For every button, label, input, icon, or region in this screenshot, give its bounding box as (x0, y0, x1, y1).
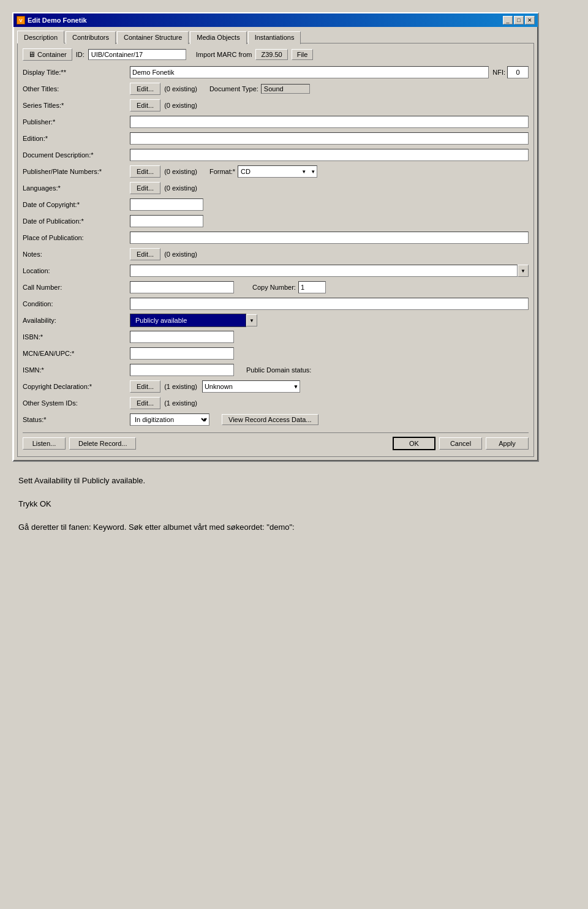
call-number-row: Call Number: Copy Number: (23, 281, 529, 294)
condition-row: Condition: (23, 297, 529, 311)
container-button[interactable]: 🖥 Container (23, 48, 72, 61)
condition-label: Condition: (23, 300, 130, 307)
tab-container-structure[interactable]: Container Structure (117, 31, 189, 44)
date-copyright-input[interactable] (130, 198, 203, 211)
isbn-input[interactable] (130, 331, 234, 343)
date-copyright-label: Date of Copyright:* (23, 201, 130, 208)
date-pub-label: Date of Publication:* (23, 217, 130, 225)
import-label: Import MARC from (196, 51, 252, 58)
languages-existing: (0 existing) (164, 184, 197, 192)
public-domain-select-wrapper: Unknown Yes No ▼ (202, 380, 300, 393)
series-titles-edit-button[interactable]: Edit... (130, 99, 160, 111)
series-titles-existing: (0 existing) (164, 102, 197, 109)
listen-button[interactable]: Listen... (23, 437, 66, 450)
window-body: Description Contributors Container Struc… (13, 27, 538, 461)
copyright-decl-edit-button[interactable]: Edit... (130, 380, 160, 393)
tab-media-objects[interactable]: Media Objects (190, 31, 246, 44)
instruction-text: Sett Availability til Publicly available… (12, 474, 576, 534)
status-select[interactable]: In digitization Available Archived (130, 413, 209, 426)
other-titles-label: Other Titles: (23, 85, 130, 92)
doc-desc-input[interactable] (130, 149, 529, 161)
notes-existing: (0 existing) (164, 251, 197, 258)
close-button[interactable]: ✕ (525, 16, 535, 25)
place-pub-label: Place of Publication: (23, 234, 130, 241)
other-titles-existing: (0 existing) (164, 85, 197, 92)
ismn-input[interactable] (130, 364, 234, 376)
other-titles-row: Other Titles: Edit... (0 existing) Docum… (23, 82, 529, 96)
nfi-input[interactable] (507, 66, 529, 78)
edition-row: Edition:* (23, 132, 529, 145)
series-titles-row: Series Titles:* Edit... (0 existing) (23, 99, 529, 112)
ok-button[interactable]: OK (393, 437, 435, 450)
public-domain-label: Public Domain status: (246, 366, 311, 374)
call-number-input[interactable] (130, 281, 234, 293)
copyright-decl-label: Copyright Declaration:* (23, 383, 130, 390)
pub-plate-row: Publisher/Plate Numbers:* Edit... (0 exi… (23, 165, 529, 178)
app-icon: V (17, 16, 25, 25)
copy-number-input[interactable] (298, 281, 326, 293)
doc-desc-row: Document Description:* (23, 148, 529, 162)
availability-label: Availability: (23, 317, 130, 324)
format-select[interactable]: CD LP Digital (238, 165, 317, 178)
publisher-input[interactable] (130, 116, 529, 128)
ismn-row: ISMN:* Public Domain status: (23, 363, 529, 377)
series-titles-label: Series Titles:* (23, 102, 130, 109)
other-titles-edit-button[interactable]: Edit... (130, 83, 160, 95)
location-label: Location: (23, 267, 130, 274)
place-pub-row: Place of Publication: (23, 231, 529, 244)
other-ids-existing: (1 existing) (164, 399, 197, 407)
tab-bar: Description Contributors Container Struc… (17, 31, 534, 43)
doc-type-label: Document Type: (209, 85, 258, 92)
window-title: Edit Demo Fonetik (28, 17, 87, 24)
copy-number-label: Copy Number: (252, 284, 296, 291)
content-panel: 🖥 Container ID: Import MARC from Z39.50 … (17, 43, 534, 457)
delete-record-button[interactable]: Delete Record... (69, 437, 136, 450)
format-select-wrapper: CD LP Digital ▼ (235, 165, 317, 178)
notes-row: Notes: Edit... (0 existing) (23, 247, 529, 261)
languages-label: Languages:* (23, 184, 130, 192)
pub-plate-edit-button[interactable]: Edit... (130, 165, 160, 178)
publisher-label: Publisher:* (23, 118, 130, 126)
public-domain-select[interactable]: Unknown Yes No (202, 380, 300, 393)
id-input[interactable] (88, 49, 186, 60)
doc-type-value: Sound (261, 84, 310, 94)
tab-instantiations[interactable]: Instantiations (248, 31, 301, 44)
date-pub-input[interactable] (130, 215, 203, 227)
tab-contributors[interactable]: Contributors (66, 31, 116, 44)
copyright-decl-existing: (1 existing) (164, 383, 197, 390)
mcn-label: MCN/EAN/UPC:* (23, 350, 130, 357)
title-bar-left: V Edit Demo Fonetik (17, 16, 87, 25)
apply-button[interactable]: Apply (486, 437, 529, 450)
cancel-button[interactable]: Cancel (439, 437, 482, 450)
doc-desc-label: Document Description:* (23, 151, 130, 159)
z3950-button[interactable]: Z39.50 (255, 49, 287, 60)
ismn-label: ISMN:* (23, 366, 130, 374)
status-row: Status:* In digitization Available Archi… (23, 413, 529, 426)
maximize-button[interactable]: □ (514, 16, 524, 25)
isbn-label: ISBN:* (23, 333, 130, 341)
condition-input[interactable] (130, 298, 529, 310)
location-dropdown-arrow[interactable]: ▼ (518, 265, 529, 277)
format-label: Format:* (209, 168, 235, 175)
status-select-wrapper: In digitization Available Archived ▼ (130, 413, 209, 426)
availability-dropdown-arrow[interactable]: ▼ (246, 314, 257, 326)
mcn-row: MCN/EAN/UPC:* (23, 347, 529, 360)
file-button[interactable]: File (292, 49, 314, 60)
languages-row: Languages:* Edit... (0 existing) (23, 181, 529, 195)
edition-input[interactable] (130, 132, 529, 145)
instruction-1: Sett Availability til Publicly available… (18, 474, 570, 488)
place-pub-input[interactable] (130, 232, 529, 244)
mcn-input[interactable] (130, 347, 234, 360)
display-title-input[interactable] (130, 66, 489, 78)
languages-edit-button[interactable]: Edit... (130, 182, 160, 194)
title-bar: V Edit Demo Fonetik _ □ ✕ (13, 13, 538, 27)
isbn-row: ISBN:* (23, 330, 529, 344)
minimize-button[interactable]: _ (503, 16, 513, 25)
other-ids-edit-button[interactable]: Edit... (130, 397, 160, 409)
location-input[interactable] (130, 265, 518, 277)
notes-edit-button[interactable]: Edit... (130, 248, 160, 260)
other-ids-label: Other System IDs: (23, 399, 130, 407)
date-pub-row: Date of Publication:* (23, 214, 529, 228)
tab-description[interactable]: Description (17, 31, 64, 43)
view-record-button[interactable]: View Record Access Data... (222, 414, 318, 425)
